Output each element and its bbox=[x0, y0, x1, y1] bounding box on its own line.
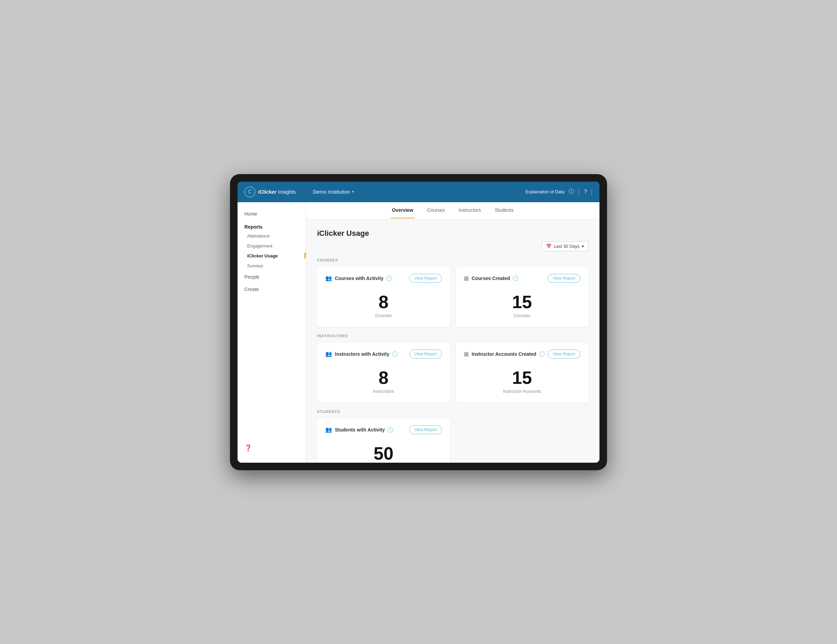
card-title-group: 👥 Students with Activity i bbox=[325, 426, 393, 433]
date-filter-label: Last 30 Days bbox=[553, 244, 579, 249]
courses-created-number: 15 bbox=[512, 293, 532, 311]
iclicker-logo-icon: C bbox=[245, 186, 255, 197]
tab-overview[interactable]: Overview bbox=[391, 202, 414, 219]
top-nav-right: Explanation of Data ⓘ | ? | bbox=[525, 188, 592, 196]
screen: C iClicker Insights Demo Institution ▾ E… bbox=[238, 182, 599, 463]
card-header: 👥 Instructors with Activity i View Repor… bbox=[325, 350, 442, 358]
instructor-accounts-created-info-icon[interactable]: i bbox=[539, 351, 545, 357]
instructors-with-activity-label: Instructors bbox=[373, 389, 394, 394]
courses-created-card: ▦ Courses Created i View Report 15 Cours… bbox=[456, 267, 589, 327]
calendar-icon: 📅 bbox=[546, 244, 551, 249]
institution-dropdown[interactable]: Demo Institution ▾ bbox=[313, 189, 525, 195]
date-filter-button[interactable]: 📅 Last 30 Days ▾ bbox=[542, 241, 589, 251]
instructors-section-header: INSTRUCTORS bbox=[317, 334, 589, 338]
students-with-activity-body: 50 Students bbox=[325, 441, 442, 463]
courses-created-title: Courses Created bbox=[472, 276, 510, 281]
courses-created-label: Courses bbox=[514, 313, 530, 318]
instructor-accounts-created-title: Instructor Accounts Created bbox=[472, 351, 537, 357]
explanation-info-icon[interactable]: ⓘ bbox=[569, 188, 574, 196]
students-with-activity-number: 50 bbox=[374, 445, 394, 462]
tab-instructors[interactable]: Instructors bbox=[457, 202, 482, 219]
card-header: 👥 Courses with Activity i View Report bbox=[325, 274, 442, 283]
sidebar-reports-header: Reports bbox=[238, 220, 306, 231]
students-with-activity-view-report-button[interactable]: View Report bbox=[409, 426, 442, 434]
courses-created-info-icon[interactable]: i bbox=[513, 276, 518, 281]
card-header: ▦ Courses Created i View Report bbox=[464, 274, 580, 283]
card-header: ▦ Instructor Accounts Created i View Rep… bbox=[464, 350, 580, 358]
instructors-with-activity-title: Instructors with Activity bbox=[335, 351, 389, 357]
people-icon: 👥 bbox=[325, 426, 332, 433]
card-title-group: 👥 Courses with Activity i bbox=[325, 275, 392, 281]
card-title-group: 👥 Instructors with Activity i bbox=[325, 351, 397, 357]
logo-area: C iClicker Insights bbox=[245, 186, 313, 197]
device-frame: C iClicker Insights Demo Institution ▾ E… bbox=[230, 174, 607, 470]
students-with-activity-title: Students with Activity bbox=[335, 427, 385, 432]
students-with-activity-info-icon[interactable]: i bbox=[388, 427, 393, 432]
courses-with-activity-card: 👥 Courses with Activity i View Report 8 … bbox=[317, 267, 450, 327]
courses-with-activity-number: 8 bbox=[379, 293, 389, 311]
instructor-accounts-created-label: Instructor Accounts bbox=[503, 389, 541, 394]
instructor-accounts-created-view-report-button[interactable]: View Report bbox=[548, 350, 580, 358]
courses-with-activity-label: Courses bbox=[375, 313, 392, 318]
help-icon[interactable]: ? bbox=[584, 189, 587, 195]
instructors-with-activity-info-icon[interactable]: i bbox=[392, 351, 397, 357]
card-title-group: ▦ Courses Created i bbox=[464, 275, 518, 281]
card-title-group: ▦ Instructor Accounts Created i bbox=[464, 351, 545, 357]
courses-created-view-report-button[interactable]: View Report bbox=[548, 274, 580, 283]
page-title: iClicker Usage bbox=[317, 229, 589, 238]
page-content: iClicker Usage 📅 Last 30 Days ▾ COURSES bbox=[306, 219, 599, 463]
explanation-of-data-label: Explanation of Data bbox=[525, 189, 564, 194]
instructors-with-activity-number: 8 bbox=[379, 369, 389, 387]
sidebar: Home Reports Attendance Engagement iClic… bbox=[238, 202, 306, 463]
courses-created-body: 15 Courses bbox=[464, 290, 580, 320]
courses-section-header: COURSES bbox=[317, 258, 589, 262]
courses-with-activity-info-icon[interactable]: i bbox=[386, 276, 392, 281]
instructor-accounts-created-card: ▦ Instructor Accounts Created i View Rep… bbox=[456, 343, 589, 403]
students-with-activity-card: 👥 Students with Activity i View Report 5… bbox=[317, 419, 450, 463]
tab-students[interactable]: Students bbox=[493, 202, 515, 219]
instructors-with-activity-view-report-button[interactable]: View Report bbox=[409, 350, 442, 358]
students-section-header: STUDENTS bbox=[317, 409, 589, 414]
people-icon: 👥 bbox=[325, 351, 332, 357]
sidebar-item-engagement[interactable]: Engagement bbox=[238, 241, 306, 251]
nav-divider: | bbox=[578, 188, 580, 196]
main-area: Home Reports Attendance Engagement iClic… bbox=[238, 202, 599, 463]
grid-icon: ▦ bbox=[464, 275, 469, 281]
instructors-with-activity-card: 👥 Instructors with Activity i View Repor… bbox=[317, 343, 450, 403]
instructor-accounts-created-body: 15 Instructor Accounts bbox=[464, 365, 580, 396]
nav-divider-2: | bbox=[591, 188, 592, 196]
top-nav: C iClicker Insights Demo Institution ▾ E… bbox=[238, 182, 599, 202]
card-header: 👥 Students with Activity i View Report bbox=[325, 426, 442, 434]
tabs-bar: Overview Courses Instructors Students bbox=[306, 202, 599, 219]
date-filter-row: 📅 Last 30 Days ▾ bbox=[317, 241, 589, 251]
students-cards-grid: 👥 Students with Activity i View Report 5… bbox=[317, 419, 589, 463]
date-filter-chevron: ▾ bbox=[582, 244, 584, 249]
content-area: Overview Courses Instructors Students iC… bbox=[306, 202, 599, 463]
sidebar-item-people[interactable]: People bbox=[238, 271, 306, 283]
courses-with-activity-title: Courses with Activity bbox=[335, 276, 384, 281]
sidebar-item-attendance[interactable]: Attendance bbox=[238, 231, 306, 241]
sidebar-item-home[interactable]: Home bbox=[238, 208, 306, 220]
sidebar-item-create[interactable]: Create bbox=[238, 283, 306, 296]
institution-chevron-icon: ▾ bbox=[352, 189, 354, 194]
people-icon: 👥 bbox=[325, 275, 332, 281]
logo-text: iClicker Insights bbox=[258, 189, 296, 195]
institution-name: Demo Institution bbox=[313, 189, 350, 195]
grid-icon: ▦ bbox=[464, 351, 469, 357]
tab-courses[interactable]: Courses bbox=[426, 202, 446, 219]
courses-with-activity-body: 8 Courses bbox=[325, 290, 442, 320]
courses-with-activity-view-report-button[interactable]: View Report bbox=[409, 274, 442, 283]
courses-cards-grid: 👥 Courses with Activity i View Report 8 … bbox=[317, 267, 589, 327]
sidebar-item-surveys[interactable]: Surveys bbox=[238, 261, 306, 271]
instructors-with-activity-body: 8 Instructors bbox=[325, 365, 442, 396]
sidebar-bottom-icon: ❓ bbox=[238, 439, 306, 457]
instructor-accounts-created-number: 15 bbox=[512, 369, 532, 387]
instructors-cards-grid: 👥 Instructors with Activity i View Repor… bbox=[317, 343, 589, 403]
students-empty-cell bbox=[456, 419, 589, 463]
sidebar-item-iclicker-usage[interactable]: iClicker Usage bbox=[238, 251, 306, 261]
